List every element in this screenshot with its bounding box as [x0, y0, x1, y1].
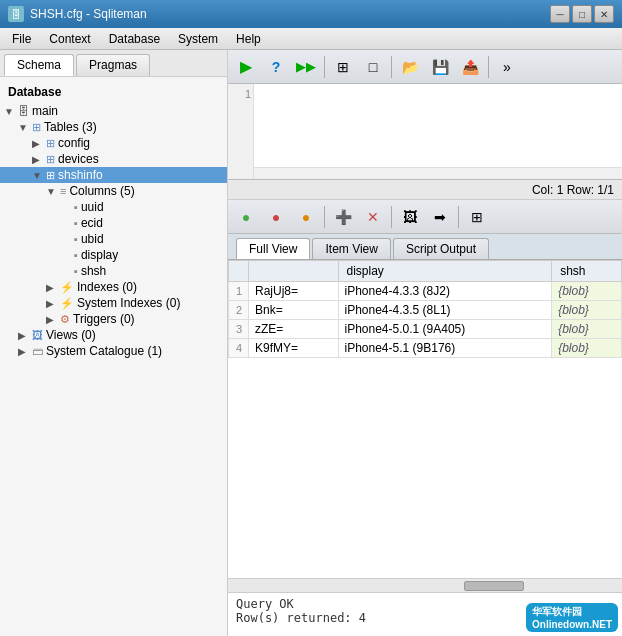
sep1	[324, 56, 325, 78]
sep3	[488, 56, 489, 78]
menu-system[interactable]: System	[170, 30, 226, 48]
tree-label-main: main	[32, 104, 58, 118]
tree-item-uuid[interactable]: ▶ ▪ uuid	[0, 199, 227, 215]
sep2	[391, 56, 392, 78]
delete-row-btn[interactable]: ●	[262, 204, 290, 230]
help-query-button[interactable]: ?	[262, 54, 290, 80]
tree-label-config: config	[58, 136, 90, 150]
image-btn[interactable]: 🖼	[396, 204, 424, 230]
menu-bar: File Context Database System Help	[0, 28, 622, 50]
columns-icon: ≡	[60, 185, 66, 197]
tab-script-output[interactable]: Script Output	[393, 238, 489, 259]
table-row[interactable]: 4 K9fMY= iPhone4-5.1 (9B176) {blob}	[229, 339, 622, 358]
arrow-tables[interactable]: ▼	[18, 122, 32, 133]
watermark-line2: Onlinedown.NET	[532, 619, 612, 630]
edit-row-btn[interactable]: ●	[292, 204, 320, 230]
open-btn[interactable]: 📂	[396, 54, 424, 80]
more-btn[interactable]: »	[493, 54, 521, 80]
table-row[interactable]: 1 RajUj8= iPhone4-4.3.3 (8J2) {blob}	[229, 282, 622, 301]
config-icon: ⊞	[46, 137, 55, 150]
tree-item-shsh[interactable]: ▶ ▪ shsh	[0, 263, 227, 279]
tree-label-columns: Columns (5)	[69, 184, 134, 198]
save-btn[interactable]: 💾	[426, 54, 454, 80]
views-icon: 🖼	[32, 329, 43, 341]
cell-shsh: {blob}	[552, 320, 622, 339]
arrow-indexes[interactable]: ▶	[46, 282, 60, 293]
arrow-shshinfo[interactable]: ▼	[32, 170, 46, 181]
arrow-main[interactable]: ▼	[4, 106, 18, 117]
arrow-columns[interactable]: ▼	[46, 186, 60, 197]
cell-key: RajUj8=	[249, 282, 339, 301]
tree-item-ecid[interactable]: ▶ ▪ ecid	[0, 215, 227, 231]
menu-context[interactable]: Context	[41, 30, 98, 48]
arrow-config[interactable]: ▶	[32, 138, 46, 149]
tree-item-shshinfo[interactable]: ▼ ⊞ shshinfo	[0, 167, 227, 183]
h-scroll-thumb[interactable]	[464, 581, 524, 591]
run-all-button[interactable]: ▶▶	[292, 54, 320, 80]
cell-shsh: {blob}	[552, 282, 622, 301]
tab-pragmas[interactable]: Pragmas	[76, 54, 150, 76]
export-btn[interactable]: 📤	[456, 54, 484, 80]
tree-item-triggers[interactable]: ▶ ⚙ Triggers (0)	[0, 311, 227, 327]
minimize-button[interactable]: ─	[550, 5, 570, 23]
view-btn[interactable]: □	[359, 54, 387, 80]
tree-item-views[interactable]: ▶ 🖼 Views (0)	[0, 327, 227, 343]
tree-item-indexes[interactable]: ▶ ⚡ Indexes (0)	[0, 279, 227, 295]
toolbar2: ● ● ● ➕ ✕ 🖼 ➡ ⊞	[228, 200, 622, 234]
col-row-status: Col: 1 Row: 1/1	[532, 183, 614, 197]
sep4	[324, 206, 325, 228]
left-panel: Schema Pragmas Database ▼ 🗄 main ▼ ⊞ Tab…	[0, 50, 228, 636]
arrow-triggers[interactable]: ▶	[46, 314, 60, 325]
query-hscroll[interactable]	[254, 167, 622, 179]
tree-item-tables[interactable]: ▼ ⊞ Tables (3)	[0, 119, 227, 135]
arrow-devices[interactable]: ▶	[32, 154, 46, 165]
status-row: Col: 1 Row: 1/1	[228, 180, 622, 200]
arrow-sysindexes[interactable]: ▶	[46, 298, 60, 309]
result-table-container[interactable]: display shsh 1 RajUj8= iPhone4-4.3.3 (8J…	[228, 260, 622, 578]
table-btn[interactable]: ⊞	[329, 54, 357, 80]
grid-btn[interactable]: ⊞	[463, 204, 491, 230]
menu-file[interactable]: File	[4, 30, 39, 48]
sysindexes-icon: ⚡	[60, 297, 74, 310]
tree-item-system-indexes[interactable]: ▶ ⚡ System Indexes (0)	[0, 295, 227, 311]
col-header-key	[249, 261, 339, 282]
tab-item-view[interactable]: Item View	[312, 238, 390, 259]
table-row[interactable]: 2 Bnk= iPhone4-4.3.5 (8L1) {blob}	[229, 301, 622, 320]
table-row[interactable]: 3 zZE= iPhone4-5.0.1 (9A405) {blob}	[229, 320, 622, 339]
shshinfo-icon: ⊞	[46, 169, 55, 182]
devices-icon: ⊞	[46, 153, 55, 166]
add-row-btn[interactable]: ●	[232, 204, 260, 230]
menu-database[interactable]: Database	[101, 30, 168, 48]
tree-item-display[interactable]: ▶ ▪ display	[0, 247, 227, 263]
tree-item-devices[interactable]: ▶ ⊞ devices	[0, 151, 227, 167]
window-title: SHSH.cfg - Sqliteman	[30, 7, 147, 21]
tab-schema[interactable]: Schema	[4, 54, 74, 76]
schema-tree: Database ▼ 🗄 main ▼ ⊞ Tables (3) ▶ ⊞	[0, 77, 227, 636]
arrow-syscatalogue[interactable]: ▶	[18, 346, 32, 357]
cell-rownum: 1	[229, 282, 249, 301]
menu-help[interactable]: Help	[228, 30, 269, 48]
tree-label-ecid: ecid	[81, 216, 103, 230]
arrow-views[interactable]: ▶	[18, 330, 32, 341]
add-btn2[interactable]: ➕	[329, 204, 357, 230]
cell-key: K9fMY=	[249, 339, 339, 358]
close-button[interactable]: ✕	[594, 5, 614, 23]
maximize-button[interactable]: □	[572, 5, 592, 23]
export-btn2[interactable]: ➡	[426, 204, 454, 230]
tree-item-config[interactable]: ▶ ⊞ config	[0, 135, 227, 151]
col-header-shsh: shsh	[552, 261, 622, 282]
tree-item-ubid[interactable]: ▶ ▪ ubid	[0, 231, 227, 247]
tree-item-main[interactable]: ▼ 🗄 main	[0, 103, 227, 119]
tab-full-view[interactable]: Full View	[236, 238, 310, 259]
remove-btn2[interactable]: ✕	[359, 204, 387, 230]
tree-item-columns[interactable]: ▼ ≡ Columns (5)	[0, 183, 227, 199]
tree-item-syscatalogue[interactable]: ▶ 🗃 System Catalogue (1)	[0, 343, 227, 359]
cell-shsh: {blob}	[552, 339, 622, 358]
run-button[interactable]: ▶	[232, 54, 260, 80]
result-tabs: Full View Item View Script Output	[228, 234, 622, 260]
query-editor[interactable]	[254, 84, 622, 179]
tree-label-uuid: uuid	[81, 200, 104, 214]
line-number: 1	[228, 84, 254, 179]
cell-display: iPhone4-4.3.3 (8J2)	[338, 282, 552, 301]
h-scrollbar[interactable]	[228, 578, 622, 592]
